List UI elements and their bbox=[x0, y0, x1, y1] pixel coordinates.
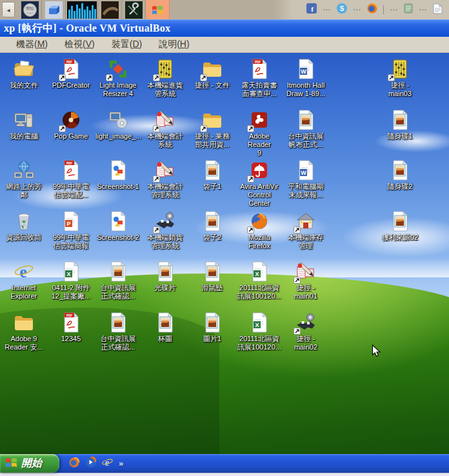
picture-file-icon bbox=[107, 210, 129, 232]
menu-v[interactable]: 檢視(V) bbox=[57, 37, 102, 52]
desktop-icon-profit-source-02[interactable]: 獲利來源02 bbox=[377, 210, 423, 242]
desktop-icon-pinghe-report-doc[interactable]: W平和電腦期 末成果報... bbox=[283, 159, 328, 199]
shortcut-arrow-icon bbox=[153, 175, 160, 183]
start-button-label: 開始 bbox=[21, 457, 42, 470]
svg-text:PDF: PDF bbox=[255, 61, 261, 64]
desktop-icon-label: 本機端進貨 管系統 bbox=[143, 81, 188, 98]
desktop-icon-adobe9-reader-folder[interactable]: Adobe 9 Reader 安... bbox=[1, 312, 46, 352]
tray-overflow-dots[interactable]: ⋯ bbox=[353, 5, 361, 14]
desktop-icon-label: 我的電腦 bbox=[1, 132, 46, 141]
internet-explorer-quicklaunch-icon[interactable]: e bbox=[102, 457, 113, 470]
desktop-icon-cht-cloud-pdf[interactable]: PDF99年中華電 信雲端配... bbox=[48, 159, 94, 199]
desktop-icon-label: 滑鼠墊 bbox=[190, 284, 235, 292]
photo-file-icon bbox=[154, 261, 176, 283]
desktop-icon-taichung-expo-confirm2[interactable]: 台中資訊展 正式確認... bbox=[95, 312, 141, 352]
pdf-file-icon: PDF bbox=[248, 58, 270, 80]
desktop-icon-pop-game[interactable]: Pop Game bbox=[48, 109, 94, 141]
desktop-icon-inventory-mgmt[interactable]: 本機端庫存 管理 bbox=[283, 210, 328, 250]
desktop-icon-itmonth-hall-doc[interactable]: WItmonth Hall Draw 1-89... bbox=[283, 58, 328, 98]
desktop-icon-light-image-installer[interactable]: light_image_... bbox=[95, 109, 141, 141]
desktop-icon-recycle-bin[interactable]: 資源回收筒 bbox=[1, 210, 46, 242]
desktop-icon-label: 資源回收筒 bbox=[1, 233, 46, 242]
desktop-icon-usb-drive-2[interactable]: 隨身碟2 bbox=[377, 159, 423, 191]
ie-icon: e bbox=[13, 261, 35, 283]
desktop-icon-avira-antivir[interactable]: Avira AntiVir Control Center bbox=[237, 159, 282, 208]
menu-h[interactable]: 說明(H) bbox=[152, 37, 196, 52]
desktop-icon-cht-cloud-ppt[interactable]: P99年中華電 信雲端簡報 bbox=[48, 210, 94, 250]
shortcut-arrow-icon bbox=[247, 226, 254, 233]
tray-overflow-dots[interactable]: ⋯ bbox=[390, 5, 398, 14]
media-player-quicklaunch-icon[interactable] bbox=[85, 457, 96, 470]
blue-box-tile[interactable] bbox=[42, 0, 66, 19]
quicklaunch-more-chevron[interactable]: » bbox=[119, 459, 123, 468]
desktop-icon-sales-mgmt-system[interactable]: 本機端銷貨 管理系統 bbox=[143, 210, 188, 250]
desktop-icon-taichung-expo-confirm1[interactable]: 台中資訊展 正式確認... bbox=[95, 261, 141, 301]
desktop-icon-shortcut-main03[interactable]: 捷徑 - main03 bbox=[377, 58, 423, 98]
desktop-icon-accounting-mgmt[interactable]: 本機端會計 管理系統 bbox=[143, 159, 188, 199]
desktop-icon-shortcut-sales-share[interactable]: 捷徑 - 業務 部共用資... bbox=[190, 109, 235, 149]
warehouse-icon bbox=[295, 210, 317, 232]
desktop-icon-light-image-resizer-4[interactable]: Light Image Resizer 4 bbox=[95, 58, 141, 98]
writer-document-icon[interactable] bbox=[433, 3, 443, 17]
equalizer-tile[interactable] bbox=[66, 0, 98, 19]
desktop-icon-label: Pop Game bbox=[48, 132, 94, 141]
desktop-icon-pdfcreator[interactable]: PDFPDFCreator bbox=[48, 58, 94, 90]
svg-text:開始: 開始 bbox=[26, 6, 35, 11]
desktop-icon-mouse-pad[interactable]: 滑鼠墊 bbox=[190, 261, 235, 292]
desktop-icon-bag-2[interactable]: 袋子2 bbox=[190, 210, 235, 242]
desktop-icon-mozilla-firefox[interactable]: Mozilla Firefox bbox=[237, 210, 282, 250]
xp-desktop[interactable]: 我的文件PDFPDFCreatorLight Image Resizer 4本機… bbox=[0, 53, 449, 454]
desktop-icon-adobe-reader-9[interactable]: Adobe Reader 9 bbox=[237, 109, 282, 157]
desktop-icon-optical-disc[interactable]: 光碟片 bbox=[143, 261, 188, 292]
excel-doc-icon: X bbox=[248, 312, 270, 333]
tray-overflow-dots[interactable]: ⋯ bbox=[323, 5, 331, 14]
desktop-icon-pdf-12345[interactable]: PDF12345 bbox=[48, 312, 94, 343]
desktop-icon-accounting-system[interactable]: 本機端會計 系統 bbox=[143, 109, 188, 149]
notes-icon[interactable] bbox=[404, 3, 413, 16]
desktop-icon-network-places[interactable]: 網路上的芳 鄰 bbox=[1, 159, 46, 199]
desktop-icon-my-documents[interactable]: 我的文件 bbox=[1, 58, 46, 90]
desktop-icon-shortcut-main01[interactable]: 捷徑 - main01 bbox=[283, 261, 328, 301]
desktop-icon-north-expo-excel-2[interactable]: X20111北區資 訊展100120... bbox=[237, 312, 282, 352]
desktop-icon-shortcut-main02[interactable]: 捷徑 - main02 bbox=[283, 312, 328, 352]
tray-overflow-dots[interactable]: ⋯ bbox=[419, 5, 427, 14]
leather-app-tile[interactable] bbox=[98, 0, 122, 19]
desktop-icon-label: 20111北區資 訊展100120... bbox=[237, 284, 282, 301]
desktop-icon-screenshot-2[interactable]: Screenshot-2 bbox=[95, 210, 141, 242]
desktop-icon-my-computer[interactable]: 我的電腦 bbox=[1, 109, 46, 141]
firefox-quicklaunch-icon[interactable] bbox=[69, 457, 79, 470]
desktop-icon-usb-drive-1[interactable]: 隨身碟1 bbox=[377, 109, 423, 141]
desktop-icon-label: 隨身碟2 bbox=[377, 183, 423, 191]
facebook-icon[interactable]: f bbox=[306, 3, 317, 16]
desktop-icon-image-1[interactable]: 圖片1 bbox=[190, 312, 235, 343]
excel-doc-icon: X bbox=[60, 261, 82, 283]
desktop-icon-bag-1[interactable]: 袋子1 bbox=[190, 159, 235, 191]
window-bottom-edge bbox=[0, 473, 449, 476]
start-button[interactable]: 開始 bbox=[0, 454, 59, 473]
desktop-icon-north-expo-excel-1[interactable]: X20111北區資 訊展100120... bbox=[237, 261, 282, 301]
desktop-icon-purchase-system[interactable]: 本機端進貨 管系統 bbox=[143, 58, 188, 98]
desktop-icon-label: 0411-2 附件 12_提案廠... bbox=[48, 284, 94, 301]
desktop-icon-shortcut-documents[interactable]: 捷徑 - 文件 bbox=[190, 58, 235, 90]
menu-d[interactable]: 裝置(D) bbox=[105, 37, 149, 52]
desktop-icon-taichung-expo-banner[interactable]: 台中資訊展 帆布正式... bbox=[283, 109, 328, 149]
desktop-icon-screenshot-1[interactable]: Screenshot-1 bbox=[95, 159, 141, 191]
desktop-icon-label: 光碟片 bbox=[143, 284, 188, 292]
desktop-icon-ruten-review-pdf[interactable]: PDF露天拍賣書 面審查申... bbox=[237, 58, 282, 98]
svg-text:PDF: PDF bbox=[66, 314, 72, 317]
desktop-icon-attachment-12-excel[interactable]: X0411-2 附件 12_提案廠... bbox=[48, 261, 94, 301]
svg-text:e: e bbox=[19, 263, 27, 281]
collapse-back-button[interactable]: ◂ bbox=[2, 2, 15, 17]
xp-taskbar[interactable]: 開始 e» bbox=[0, 454, 449, 473]
toolbox-tile[interactable] bbox=[122, 0, 146, 19]
desktop-icon-cup-image[interactable]: 杯圖 bbox=[143, 312, 188, 343]
skype-icon[interactable]: S bbox=[337, 3, 347, 16]
start-orb-tile[interactable]: 開始START bbox=[18, 0, 42, 19]
shortcut-arrow-icon bbox=[388, 74, 395, 81]
virtualbox-title-bar[interactable]: xp [執行中] - Oracle VM VirtualBox bbox=[0, 19, 449, 37]
firefox-icon[interactable] bbox=[367, 3, 377, 16]
desktop-icon-internet-explorer[interactable]: eInternet Explorer bbox=[1, 261, 46, 301]
menu-m[interactable]: 機器(M) bbox=[9, 37, 55, 52]
xp-vm-tile[interactable] bbox=[146, 0, 170, 19]
shortcut-arrow-icon bbox=[200, 74, 207, 81]
